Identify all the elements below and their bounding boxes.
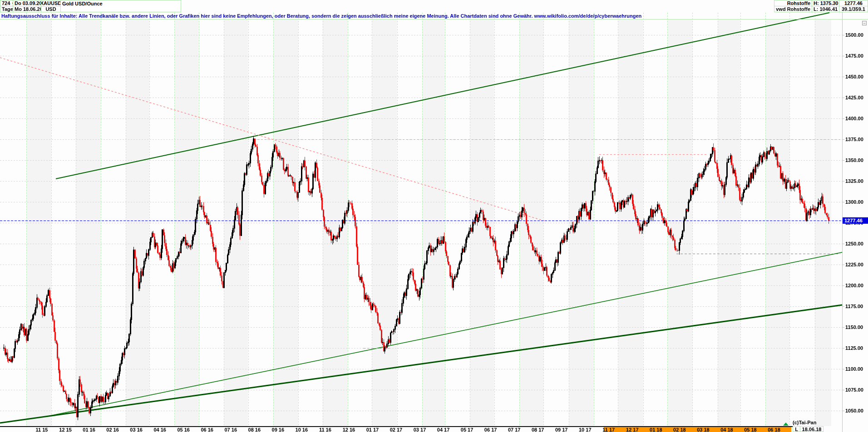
- y-axis-label: 1325.00: [845, 178, 863, 184]
- y-axis-label: 1175.00: [845, 304, 863, 309]
- y-axis-label: 1500.00: [845, 32, 863, 38]
- x-axis-month-label: 10 16: [296, 427, 308, 432]
- timeframe-dropdown[interactable]: Tage ▼: [0, 6, 13, 12]
- misc-value-cell: 39.1/359.1: [839, 6, 868, 12]
- x-axis-month-label: 04 18: [720, 427, 733, 432]
- last-price-tag: 1277.46: [843, 217, 868, 224]
- y-axis-label: 1375.00: [845, 137, 863, 142]
- y-axis-label: 1225.00: [845, 262, 863, 267]
- x-axis-month-label: 05 18: [744, 427, 757, 432]
- y-axis-label: 1100.00: [845, 366, 863, 372]
- y-axis-label: 1125.00: [845, 345, 863, 351]
- x-axis-month-label: 02 17: [390, 427, 403, 432]
- last-date-cell: 18.06.18: [800, 426, 824, 432]
- x-axis-month-label: 08 16: [248, 427, 261, 432]
- x-axis-month-label: 09 16: [272, 427, 285, 432]
- period-low-cell: L: 1046.41: [812, 6, 839, 12]
- symbol-cell: XAUUSD: [41, 0, 61, 6]
- y-axis-label: 1050.00: [845, 408, 863, 413]
- x-axis-month-label: 06 18: [768, 427, 780, 432]
- copyright-label: (c)Tai-Pan: [793, 420, 823, 425]
- x-axis-month-label: 10 17: [579, 427, 592, 432]
- x-axis-month-label: 11 16: [319, 427, 331, 432]
- y-axis-label: 1425.00: [845, 95, 863, 100]
- y-axis-label: 1400.00: [845, 116, 863, 121]
- x-axis-month-label: 02 18: [673, 427, 686, 432]
- instrument-title: Gold USD/Ounce: [62, 1, 103, 6]
- x-axis-month-label: 05 17: [461, 427, 473, 432]
- bars-count-dropdown[interactable]: 724 ▼: [0, 0, 13, 6]
- y-axis-label: 1300.00: [845, 199, 863, 205]
- feed-source-cell: vwd Rohstoffe: [774, 6, 812, 12]
- x-axis-month-label: 01 18: [650, 427, 662, 432]
- x-axis-month-label: 03 18: [697, 427, 710, 432]
- x-axis-month-label: 12 16: [343, 427, 355, 432]
- last-price-cell: 1277.46: [839, 0, 868, 6]
- x-axis-month-label: 07 16: [224, 427, 237, 432]
- x-axis-month-label: 09 17: [555, 427, 568, 432]
- x-axis-month-label: 08 17: [532, 427, 544, 432]
- feed-name-cell: Rohstoffe: [774, 0, 812, 6]
- timeframe-value: Tage: [2, 6, 13, 12]
- x-axis-month-label: 03 16: [130, 427, 143, 432]
- x-axis-month-label: 12 17: [626, 427, 639, 432]
- y-axis-label: 1075.00: [845, 387, 863, 393]
- currency-cell: USD: [41, 6, 61, 12]
- x-axis-month-label: 12 15: [59, 427, 72, 432]
- instrument-title-cell: Gold USD/Ounce: [60, 0, 181, 12]
- start-date-cell: Do 03.09.2015: [13, 0, 41, 6]
- y-axis-label: 1450.00: [845, 74, 863, 79]
- x-axis-month-label: 06 16: [201, 427, 213, 432]
- y-axis-label: 1350.00: [845, 157, 863, 163]
- x-axis-month-label: 11 17: [602, 427, 615, 432]
- x-axis-month-label: 04 16: [153, 427, 166, 432]
- end-date-cell: Mo 18.06.2018: [13, 6, 41, 12]
- y-axis-label: 1200.00: [845, 283, 863, 288]
- x-axis-month-label: 02 16: [106, 427, 119, 432]
- y-axis-label: 1150.00: [845, 324, 863, 330]
- current-bar-marker-icon: [783, 422, 789, 426]
- collapse-button[interactable]: –: [862, 21, 867, 25]
- x-axis-month-label: 04 17: [437, 427, 450, 432]
- y-axis-label: 1250.00: [845, 241, 863, 246]
- x-axis-month-label: 03 17: [414, 427, 426, 432]
- x-axis-month-label: 07 17: [508, 427, 521, 432]
- x-axis-month-label: 01 16: [83, 427, 95, 432]
- tai-pan-chart-window: 724 ▼ Do 03.09.2015 XAUUSD Gold USD/Ounc…: [0, 0, 868, 432]
- x-axis-month-label: 06 17: [484, 427, 497, 432]
- bars-count-value: 724: [2, 0, 10, 6]
- price-chart-canvas[interactable]: [0, 0, 868, 432]
- period-high-cell: H: 1375.30: [812, 0, 839, 6]
- x-axis-month-label: 11 15: [36, 427, 48, 432]
- last-label-cell: L: [793, 426, 800, 432]
- x-axis-month-label: 01 17: [366, 427, 379, 432]
- y-axis-label: 1475.00: [845, 53, 863, 59]
- disclaimer-text: Haftungsausschluss für Inhalte: Alle Tre…: [0, 12, 868, 20]
- x-axis-month-label: 05 16: [177, 427, 190, 432]
